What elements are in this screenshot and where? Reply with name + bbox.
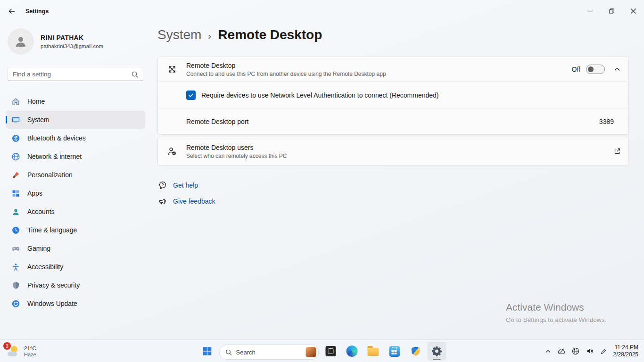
get-help-label: Get help bbox=[173, 181, 198, 189]
close-button[interactable] bbox=[622, 0, 644, 22]
sidebar-item-label: System bbox=[27, 116, 50, 123]
titlebar: Settings bbox=[0, 0, 644, 23]
system-icon bbox=[11, 115, 20, 124]
port-row: Remote Desktop port 3389 bbox=[158, 108, 628, 134]
cloud-off-icon bbox=[557, 347, 566, 356]
user-email: pathakrini343@gmail.com bbox=[41, 43, 103, 49]
windows-security-button[interactable] bbox=[406, 342, 425, 361]
sidebar-item-label: Accessibility bbox=[27, 263, 63, 271]
minimize-icon bbox=[587, 8, 593, 14]
remote-desktop-card: Remote Desktop Connect to and use this P… bbox=[157, 57, 629, 135]
file-explorer-button[interactable] bbox=[364, 342, 383, 361]
home-icon bbox=[11, 97, 20, 106]
volume-button[interactable] bbox=[583, 342, 597, 361]
back-button[interactable] bbox=[4, 4, 19, 19]
sidebar-item-system[interactable]: System bbox=[6, 111, 145, 129]
sidebar-item-windows-update[interactable]: Windows Update bbox=[6, 295, 145, 313]
nla-row: Require devices to use Network Level Aut… bbox=[158, 82, 628, 108]
gaming-icon bbox=[11, 244, 20, 253]
remote-desktop-description: Connect to and use this PC from another … bbox=[186, 71, 572, 77]
notification-badge: 3 bbox=[3, 342, 11, 350]
sidebar-item-label: Windows Update bbox=[27, 300, 77, 307]
give-feedback-link[interactable]: Give feedback bbox=[158, 196, 215, 206]
weather-widget[interactable]: 3 21°C Haze bbox=[3, 342, 40, 361]
remote-desktop-users-card[interactable]: Remote Desktop users Select who can remo… bbox=[157, 137, 629, 166]
sidebar-item-accessibility[interactable]: Accessibility bbox=[6, 258, 145, 276]
network-status-button[interactable] bbox=[569, 342, 583, 361]
port-label: Remote Desktop port bbox=[186, 118, 248, 125]
accounts-icon bbox=[11, 207, 20, 216]
file-explorer-icon bbox=[368, 348, 379, 356]
sidebar-item-label: Apps bbox=[27, 189, 42, 197]
users-card-title: Remote Desktop users bbox=[186, 144, 605, 151]
personalization-icon bbox=[11, 171, 20, 180]
open-external-icon[interactable] bbox=[613, 148, 621, 155]
page-title: Remote Desktop bbox=[218, 27, 322, 42]
user-avatar bbox=[8, 28, 34, 55]
give-feedback-label: Give feedback bbox=[173, 197, 215, 205]
clock-date: 2/28/2025 bbox=[613, 351, 638, 358]
close-icon bbox=[631, 8, 636, 14]
user-account-block[interactable]: RINI PATHAK pathakrini343@gmail.com bbox=[8, 28, 143, 55]
search-highlight-image[interactable] bbox=[306, 347, 316, 357]
hidden-icons-button[interactable] bbox=[542, 342, 554, 361]
sidebar: RINI PATHAK pathakrini343@gmail.com Home… bbox=[0, 23, 151, 339]
watermark-title: Activate Windows bbox=[506, 302, 606, 313]
port-value: 3389 bbox=[599, 118, 614, 125]
apps-icon bbox=[11, 189, 20, 198]
microsoft-store-button[interactable] bbox=[385, 342, 404, 361]
get-help-link[interactable]: ? Get help bbox=[158, 180, 215, 190]
edge-browser-button[interactable] bbox=[343, 342, 362, 361]
microsoft-store-icon bbox=[389, 346, 400, 357]
find-setting-input[interactable] bbox=[13, 71, 128, 78]
system-tray: 11:24 PM 2/28/2025 bbox=[542, 340, 642, 362]
security-shield-icon bbox=[410, 346, 421, 357]
help-links: ? Get help Give feedback bbox=[158, 180, 215, 206]
breadcrumb-system[interactable]: System bbox=[157, 27, 201, 42]
remote-desktop-header-row[interactable]: Remote Desktop Connect to and use this P… bbox=[158, 57, 628, 82]
pen-icon bbox=[600, 347, 608, 355]
sidebar-item-time-language[interactable]: Time & language bbox=[6, 221, 145, 239]
weather-condition: Haze bbox=[24, 352, 36, 357]
taskbar-center: Search bbox=[198, 342, 446, 361]
edge-icon bbox=[347, 346, 358, 357]
privacy-security-icon bbox=[11, 281, 20, 290]
sidebar-item-label: Bluetooth & devices bbox=[27, 134, 86, 142]
settings-app-button[interactable] bbox=[428, 342, 446, 361]
remote-desktop-title: Remote Desktop bbox=[186, 62, 572, 69]
sidebar-item-label: Accounts bbox=[27, 208, 55, 215]
sidebar-item-home[interactable]: Home bbox=[6, 92, 145, 110]
start-button[interactable] bbox=[198, 342, 217, 361]
sidebar-item-gaming[interactable]: Gaming bbox=[6, 239, 145, 257]
breadcrumb-separator-icon: › bbox=[208, 30, 211, 41]
taskbar-search-box[interactable]: Search bbox=[219, 345, 319, 360]
activation-watermark: Activate Windows Go to Settings to activ… bbox=[506, 302, 606, 323]
sidebar-item-network-internet[interactable]: Network & internet bbox=[6, 148, 145, 165]
pinned-app-button[interactable] bbox=[322, 342, 340, 361]
remote-desktop-toggle[interactable] bbox=[586, 65, 605, 74]
sidebar-item-apps[interactable]: Apps bbox=[6, 184, 145, 202]
sidebar-item-privacy-security[interactable]: Privacy & security bbox=[6, 276, 145, 294]
clock-time: 11:24 PM bbox=[613, 344, 638, 351]
sidebar-item-accounts[interactable]: Accounts bbox=[6, 203, 145, 221]
sidebar-item-label: Home bbox=[27, 98, 45, 105]
restore-icon bbox=[609, 8, 614, 14]
sidebar-item-bluetooth-devices[interactable]: Bluetooth & devices bbox=[6, 129, 145, 147]
sidebar-item-label: Privacy & security bbox=[27, 281, 80, 289]
taskbar-search-icon bbox=[225, 349, 232, 356]
user-name: RINI PATHAK bbox=[41, 34, 103, 41]
collapse-expander-button[interactable] bbox=[613, 66, 621, 73]
settings-gear-icon bbox=[431, 346, 443, 357]
toggle-state-label: Off bbox=[572, 66, 580, 73]
sidebar-item-personalization[interactable]: Personalization bbox=[6, 166, 145, 184]
watermark-subtitle: Go to Settings to activate Windows. bbox=[506, 316, 606, 323]
taskbar-clock[interactable]: 11:24 PM 2/28/2025 bbox=[611, 344, 642, 358]
taskbar-search-label: Search bbox=[236, 349, 302, 356]
restore-button[interactable] bbox=[601, 0, 622, 22]
pen-button[interactable] bbox=[597, 342, 611, 361]
onedrive-status-button[interactable] bbox=[554, 342, 569, 361]
nla-checkbox[interactable] bbox=[186, 90, 196, 100]
users-card-description: Select who can remotely access this PC bbox=[186, 153, 605, 159]
minimize-button[interactable] bbox=[579, 0, 601, 22]
nla-label: Require devices to use Network Level Aut… bbox=[201, 91, 439, 99]
